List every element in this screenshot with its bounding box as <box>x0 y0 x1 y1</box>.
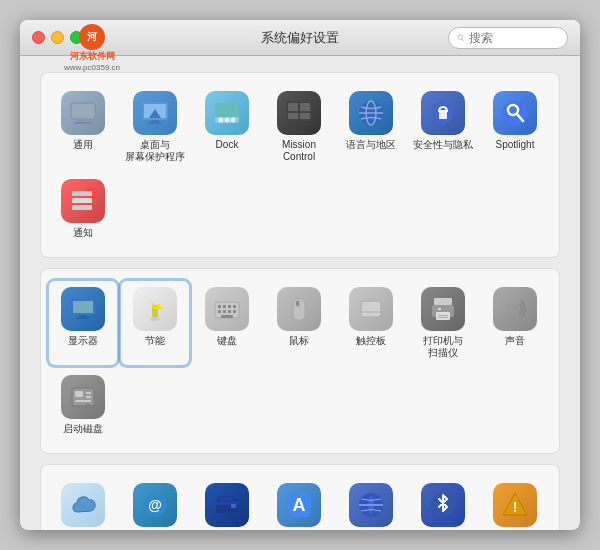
svg-rect-47 <box>296 301 299 306</box>
icon-item-mouse[interactable]: 鼠标 <box>265 281 333 365</box>
svg-rect-60 <box>75 400 91 402</box>
trackpad-label: 触控板 <box>356 335 386 347</box>
energy-label: 节能 <box>145 335 165 347</box>
icon-item-appstore[interactable]: A App Store <box>265 477 333 530</box>
search-box[interactable] <box>448 27 568 49</box>
titlebar: 河 河东软件网 www.pc0359.cn 系统偏好设置 <box>20 20 580 56</box>
svg-rect-16 <box>300 103 310 111</box>
svg-rect-48 <box>361 301 381 317</box>
svg-rect-55 <box>438 308 441 310</box>
svg-rect-57 <box>75 391 83 397</box>
icon-item-sound[interactable]: 声音 <box>481 281 549 365</box>
bluetooth-icon <box>421 483 465 527</box>
watermark-text2: www.pc0359.cn <box>64 63 120 72</box>
wallet-icon <box>205 483 249 527</box>
icon-item-security[interactable]: 安全性与隐私 <box>409 85 477 169</box>
svg-rect-58 <box>86 392 91 394</box>
display-icon <box>61 287 105 331</box>
icon-item-notify[interactable]: 通知 <box>49 173 117 245</box>
svg-rect-28 <box>72 198 92 203</box>
icon-item-network[interactable]: 网络 <box>337 477 405 530</box>
section-3: iCloud @ 互联网帐户 <box>40 464 560 530</box>
icon-item-icloud[interactable]: iCloud <box>49 477 117 530</box>
svg-rect-18 <box>300 113 310 119</box>
general-label: 通用 <box>73 139 93 151</box>
watermark-logo: 河 <box>79 24 105 50</box>
display-label: 显示器 <box>68 335 98 347</box>
svg-text:@: @ <box>148 497 162 513</box>
printer-label: 打印机与扫描仪 <box>423 335 463 359</box>
icon-item-general[interactable]: 通用 <box>49 85 117 169</box>
icon-item-printer[interactable]: 打印机与扫描仪 <box>409 281 477 365</box>
svg-rect-2 <box>71 103 95 119</box>
svg-rect-54 <box>438 317 448 318</box>
svg-rect-44 <box>233 310 236 313</box>
svg-rect-50 <box>434 298 452 305</box>
svg-rect-22 <box>439 110 447 119</box>
internet-icon: @ <box>133 483 177 527</box>
svg-rect-17 <box>288 113 298 119</box>
icon-item-dock[interactable]: Dock <box>193 85 261 169</box>
svg-rect-66 <box>231 504 236 508</box>
svg-rect-38 <box>223 305 226 308</box>
icon-item-desktop[interactable]: 桌面与屏幕保护程序 <box>121 85 189 169</box>
svg-rect-59 <box>86 396 91 398</box>
security-icon <box>421 91 465 135</box>
language-label: 语言与地区 <box>346 139 396 151</box>
sound-label: 声音 <box>505 335 525 347</box>
svg-rect-39 <box>228 305 231 308</box>
svg-rect-37 <box>218 305 221 308</box>
search-icon <box>457 32 465 44</box>
icon-item-extend[interactable]: ! 扩展 <box>481 477 549 530</box>
mouse-label: 鼠标 <box>289 335 309 347</box>
icon-grid-2: 显示器 节能 <box>49 281 551 441</box>
watermark-text1: 河东软件网 <box>70 50 115 63</box>
svg-rect-3 <box>77 119 89 122</box>
svg-rect-9 <box>215 103 239 119</box>
icon-item-startup[interactable]: 启动磁盘 <box>49 369 117 441</box>
svg-rect-41 <box>218 310 221 313</box>
spotlight-icon <box>493 91 537 135</box>
icon-grid-3: iCloud @ 互联网帐户 <box>49 477 551 530</box>
general-icon <box>61 91 105 135</box>
energy-icon <box>133 287 177 331</box>
svg-rect-53 <box>438 315 448 316</box>
sound-icon <box>493 287 537 331</box>
keyboard-label: 键盘 <box>217 335 237 347</box>
watermark: 河 河东软件网 www.pc0359.cn <box>64 24 120 72</box>
system-preferences-window: 河 河东软件网 www.pc0359.cn 系统偏好设置 <box>20 20 580 530</box>
icon-item-keyboard[interactable]: 键盘 <box>193 281 261 365</box>
mission-icon <box>277 91 321 135</box>
notify-icon <box>61 179 105 223</box>
desktop-icon <box>133 91 177 135</box>
icon-item-mission[interactable]: MissionControl <box>265 85 333 169</box>
icon-item-display[interactable]: 显示器 <box>49 281 117 365</box>
svg-text:!: ! <box>513 499 518 515</box>
startup-label: 启动磁盘 <box>63 423 103 435</box>
icon-item-bluetooth[interactable]: 蓝牙 <box>409 477 477 530</box>
icon-item-internet[interactable]: @ 互联网帐户 <box>121 477 189 530</box>
mouse-icon <box>277 287 321 331</box>
mission-label: MissionControl <box>282 139 316 163</box>
svg-rect-32 <box>79 315 87 317</box>
appstore-icon: A <box>277 483 321 527</box>
icon-item-language[interactable]: 语言与地区 <box>337 85 405 169</box>
icon-item-wallet[interactable]: Wallet 与Apple Pay <box>193 477 261 530</box>
startup-icon <box>61 375 105 419</box>
icon-item-spotlight[interactable]: Spotlight <box>481 85 549 169</box>
icon-item-trackpad[interactable]: 触控板 <box>337 281 405 365</box>
desktop-label: 桌面与屏幕保护程序 <box>125 139 185 163</box>
search-input[interactable] <box>469 31 559 45</box>
content-area: 通用 桌面与屏幕保护程序 <box>20 56 580 530</box>
svg-point-13 <box>231 118 236 123</box>
icon-item-energy[interactable]: 节能 <box>121 281 189 365</box>
icon-grid-1: 通用 桌面与屏幕保护程序 <box>49 85 551 245</box>
svg-rect-8 <box>148 122 162 124</box>
svg-point-34 <box>150 317 160 321</box>
svg-rect-67 <box>218 497 233 501</box>
close-button[interactable] <box>32 31 45 44</box>
minimize-button[interactable] <box>51 31 64 44</box>
svg-point-61 <box>86 404 90 408</box>
svg-rect-15 <box>288 103 298 111</box>
keyboard-icon <box>205 287 249 331</box>
